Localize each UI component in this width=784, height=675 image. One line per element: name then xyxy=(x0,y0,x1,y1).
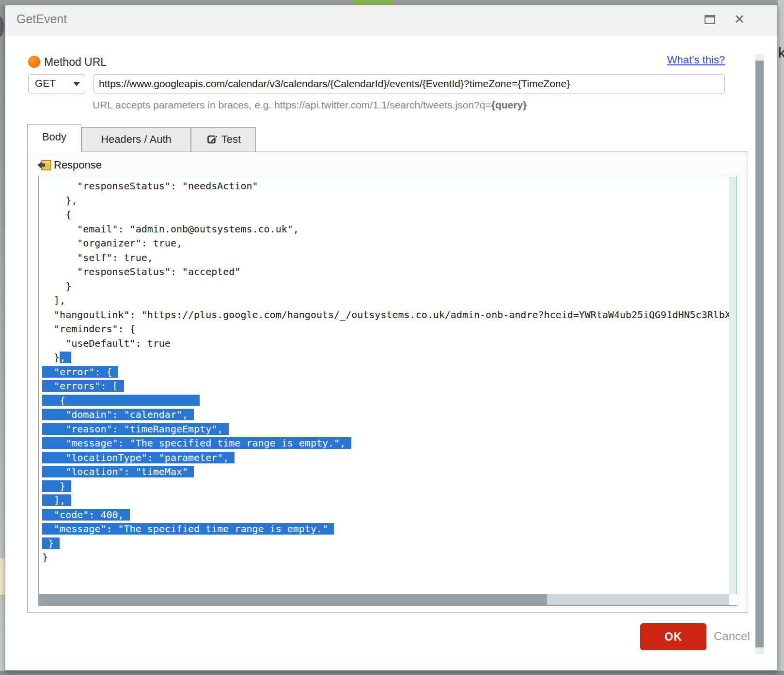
tab-test[interactable]: Test xyxy=(191,127,256,152)
response-line: "hangoutLink": "https://plus.google.com/… xyxy=(42,308,730,322)
response-line: "message": "The specified time range is … xyxy=(42,522,730,537)
background-left-beige-shape xyxy=(0,558,5,596)
response-json-text[interactable]: "responseStatus": "needsAction" }, { "em… xyxy=(39,176,730,596)
response-line: "useDefault": true xyxy=(42,337,730,351)
response-line: "reminders": { xyxy=(42,322,730,337)
response-line: }, xyxy=(42,194,730,208)
tab-test-label: Test xyxy=(221,133,241,145)
close-icon[interactable]: ✕ xyxy=(731,11,748,28)
response-line: "self": true, xyxy=(42,251,730,265)
chevron-down-icon xyxy=(73,82,80,86)
response-line: } xyxy=(42,479,730,494)
response-label: Response xyxy=(54,159,102,171)
response-vertical-scrollbar[interactable] xyxy=(729,177,736,594)
background-right-strip xyxy=(778,0,784,675)
background-clipped-text: k xyxy=(778,45,784,62)
tab-body[interactable]: Body xyxy=(27,124,81,152)
dialog-scrollbar-track[interactable] xyxy=(755,54,764,654)
response-line: "organizer": true, xyxy=(42,236,730,251)
response-line: "code": 400, xyxy=(42,508,730,522)
response-line: { xyxy=(42,394,730,408)
scrollbar-corner xyxy=(729,594,737,605)
response-line: } xyxy=(42,279,730,294)
response-line: "email": "admin.onb@outsystems.co.uk", xyxy=(42,222,730,237)
background-bottom-strip xyxy=(0,671,784,675)
response-textarea[interactable]: "responseStatus": "needsAction" }, { "em… xyxy=(38,176,737,606)
response-line: "errors": [ xyxy=(42,379,730,394)
response-line: "locationType": "parameter", xyxy=(42,451,730,465)
response-line: } xyxy=(42,551,730,565)
cancel-button[interactable]: Cancel xyxy=(714,629,750,643)
response-line: "responseStatus": "needsAction" xyxy=(42,179,730,194)
ok-button[interactable]: OK xyxy=(640,623,706,650)
response-line: "reason": "timeRangeEmpty", xyxy=(42,422,730,437)
url-hint-text: URL accepts parameters in braces, e.g. h… xyxy=(93,99,527,111)
http-verb-select[interactable]: GET xyxy=(28,74,85,93)
response-line: ], xyxy=(42,493,730,508)
tab-headers-auth[interactable]: Headers / Auth xyxy=(81,127,191,152)
mandatory-dot-icon xyxy=(28,56,40,68)
response-line: } xyxy=(42,537,730,551)
method-url-label: Method URL xyxy=(44,56,107,69)
get-event-dialog: GetEvent ✕ Method URL What's this? GET U… xyxy=(5,5,778,671)
response-line: "location": "timeMax" xyxy=(42,465,730,479)
response-line: { xyxy=(42,208,730,222)
dialog-titlebar: GetEvent ✕ xyxy=(5,5,777,35)
maximize-icon[interactable] xyxy=(705,15,715,24)
response-line: }, xyxy=(42,351,730,365)
background-top-green-strip xyxy=(353,0,393,5)
edit-icon xyxy=(206,134,218,145)
horizontal-scrollbar-thumb[interactable] xyxy=(39,594,547,605)
whats-this-link[interactable]: What's this? xyxy=(613,54,725,66)
output-arrow-icon xyxy=(37,159,52,174)
dialog-scrollbar-thumb[interactable] xyxy=(755,61,764,647)
response-line: "responseStatus": "accepted" xyxy=(42,265,730,279)
http-verb-value: GET xyxy=(35,77,56,89)
response-line: "message": "The specified time range is … xyxy=(42,436,730,451)
dialog-title: GetEvent xyxy=(16,12,67,26)
response-line: "domain": "calendar", xyxy=(42,408,730,422)
response-horizontal-scrollbar[interactable] xyxy=(39,594,737,605)
response-line: ], xyxy=(42,293,730,308)
method-url-input[interactable] xyxy=(94,74,725,93)
response-line: "error": { xyxy=(42,365,730,380)
